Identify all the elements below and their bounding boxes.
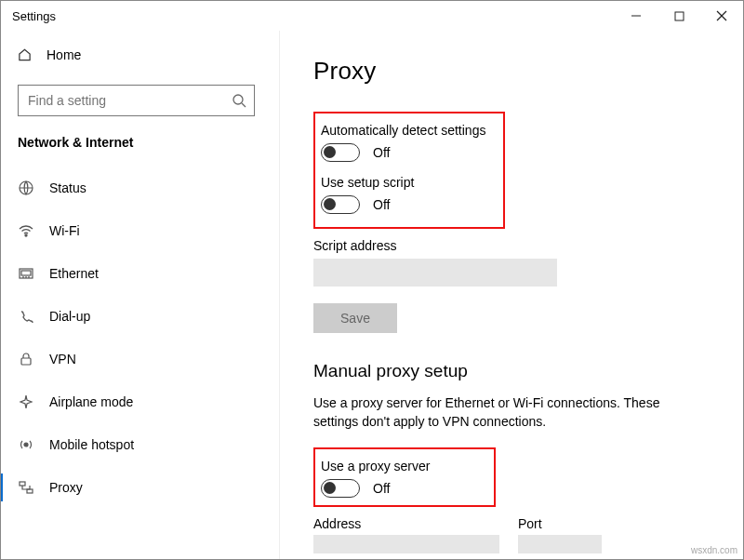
- sidebar-item-hotspot[interactable]: Mobile hotspot: [1, 423, 272, 466]
- svg-point-7: [25, 234, 27, 236]
- use-script-toggle[interactable]: [321, 195, 360, 214]
- sidebar-item-ethernet[interactable]: Ethernet: [1, 252, 272, 295]
- airplane-icon: [18, 393, 34, 410]
- svg-rect-9: [21, 271, 31, 275]
- sidebar-item-wifi[interactable]: Wi-Fi: [1, 209, 272, 252]
- wifi-icon: [18, 222, 34, 239]
- svg-point-4: [233, 95, 243, 104]
- vpn-icon: [18, 351, 34, 367]
- sidebar-item-label: Mobile hotspot: [49, 437, 134, 452]
- sidebar-item-vpn[interactable]: VPN: [1, 338, 272, 380]
- home-label: Home: [46, 47, 81, 62]
- status-icon: [18, 180, 34, 196]
- proxy-icon: [18, 479, 34, 496]
- search-box[interactable]: [18, 85, 255, 116]
- svg-rect-13: [21, 358, 31, 365]
- highlight-box-auto: Automatically detect settings Off Use se…: [313, 112, 505, 229]
- port-label: Port: [518, 516, 602, 531]
- sidebar-item-label: Wi-Fi: [49, 223, 80, 238]
- manual-desc: Use a proxy server for Ethernet or Wi-Fi…: [313, 394, 676, 431]
- auto-detect-label: Automatically detect settings: [321, 123, 494, 138]
- sidebar-item-label: VPN: [49, 352, 76, 367]
- svg-line-5: [242, 103, 246, 107]
- auto-detect-toggle[interactable]: [321, 143, 360, 162]
- page-title: Proxy: [313, 57, 710, 86]
- manual-title: Manual proxy setup: [313, 361, 710, 381]
- watermark: wsxdn.com: [691, 545, 737, 555]
- search-icon: [232, 93, 246, 108]
- maximize-button[interactable]: [658, 1, 700, 31]
- app-title: Settings: [12, 9, 56, 23]
- highlight-box-proxy: Use a proxy server Off: [313, 447, 496, 507]
- search-input[interactable]: [26, 92, 232, 109]
- auto-detect-state: Off: [373, 145, 390, 160]
- dialup-icon: [18, 308, 34, 325]
- ethernet-icon: [18, 265, 34, 282]
- svg-rect-1: [675, 12, 684, 20]
- home-icon: [18, 48, 32, 62]
- close-button[interactable]: [700, 1, 743, 31]
- home-nav[interactable]: Home: [1, 36, 272, 73]
- script-address-label: Script address: [313, 238, 710, 253]
- use-script-label: Use setup script: [321, 175, 494, 190]
- use-proxy-label: Use a proxy server: [321, 459, 485, 473]
- use-script-state: Off: [373, 197, 390, 212]
- sidebar-item-label: Airplane mode: [49, 394, 133, 409]
- script-address-input[interactable]: [313, 259, 557, 287]
- svg-point-14: [24, 443, 28, 447]
- sidebar-item-proxy[interactable]: Proxy: [1, 466, 272, 509]
- sidebar-item-label: Status: [49, 180, 86, 195]
- port-input[interactable]: [518, 535, 602, 553]
- sidebar-item-airplane[interactable]: Airplane mode: [1, 380, 272, 423]
- use-proxy-state: Off: [373, 481, 390, 496]
- use-proxy-toggle[interactable]: [321, 479, 360, 498]
- sidebar-item-label: Dial-up: [49, 309, 90, 324]
- sidebar-item-label: Proxy: [49, 480, 83, 495]
- address-label: Address: [313, 516, 499, 531]
- address-input[interactable]: [313, 535, 499, 553]
- settings-window: Settings Home N: [0, 0, 744, 560]
- hotspot-icon: [18, 436, 34, 453]
- save-button[interactable]: Save: [313, 303, 397, 333]
- sidebar-item-label: Ethernet: [49, 266, 99, 281]
- svg-rect-15: [20, 482, 25, 486]
- sidebar-header: Network & Internet: [1, 131, 272, 167]
- sidebar: Home Network & Internet Status Wi-Fi: [1, 31, 280, 559]
- sidebar-item-dialup[interactable]: Dial-up: [1, 295, 272, 338]
- minimize-button[interactable]: [615, 1, 658, 31]
- sidebar-item-status[interactable]: Status: [1, 167, 272, 209]
- content-pane: Proxy Automatically detect settings Off …: [280, 31, 743, 559]
- window-buttons: [615, 1, 743, 31]
